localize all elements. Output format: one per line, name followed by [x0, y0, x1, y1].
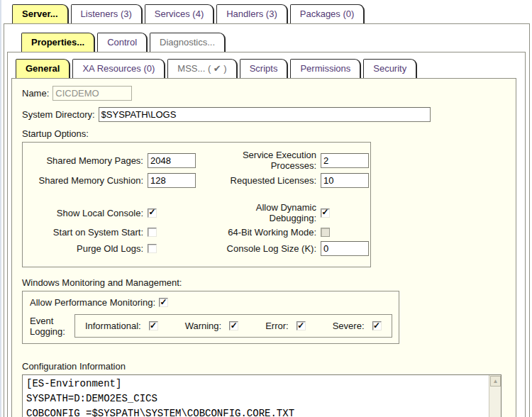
tab-listeners-label: Listeners (3)	[81, 9, 132, 19]
informational-checkbox[interactable]	[149, 321, 158, 330]
show-local-console-label: Show Local Console:	[26, 208, 148, 218]
name-input[interactable]	[52, 86, 132, 101]
allow-performance-monitoring-label: Allow Performance Monitoring:	[30, 297, 155, 308]
startup-options-group: Shared Memory Pages: Service Execution P…	[22, 142, 371, 267]
start-on-system-start-label: Start on System Start:	[26, 227, 148, 238]
general-tab-strip: General XA Resources (0) MSS... ( ✔ ) Sc…	[16, 59, 417, 78]
severe-checkbox[interactable]	[372, 321, 382, 330]
severe-label: Severe:	[333, 321, 365, 331]
system-directory-row: System Directory:	[22, 107, 506, 122]
error-checkbox[interactable]	[297, 321, 306, 330]
tab-control-label: Control	[107, 37, 137, 48]
shared-memory-cushion-label: Shared Memory Cushion:	[26, 175, 148, 186]
tab-properties-label: Properties...	[31, 37, 84, 48]
shared-memory-pages-input[interactable]	[148, 153, 196, 168]
tab-scripts-label: Scripts	[250, 63, 278, 74]
event-logging-group: Informational: Warning: Error: Severe:	[74, 314, 392, 338]
tab-services[interactable]: Services (4)	[145, 4, 214, 23]
allow-dynamic-debugging-label: Allow Dynamic Debugging:	[209, 202, 321, 223]
configuration-information-textarea[interactable]: [ES-Environment] SYSPATH=D:DEMO2ES_CICS …	[22, 374, 501, 417]
general-panel: Name: System Directory: Startup Options:…	[11, 78, 516, 417]
tab-packages[interactable]: Packages (0)	[290, 4, 365, 23]
tab-mss-label: MSS... ( ✔ )	[177, 63, 226, 74]
event-logging-label: Event Logging:	[30, 316, 65, 337]
informational-label: Informational:	[85, 321, 141, 331]
scroll-up-icon[interactable]: ▲	[490, 376, 501, 387]
system-directory-label: System Directory:	[22, 109, 95, 120]
monitoring-title: Windows Monitoring and Management:	[22, 277, 506, 288]
console-log-size-label: Console Log Size (K):	[209, 243, 321, 254]
requested-licenses-label: Requested Licenses:	[209, 175, 321, 186]
tab-mss[interactable]: MSS... ( ✔ )	[167, 59, 237, 78]
purge-old-logs-label: Purge Old Logs:	[26, 243, 148, 254]
admin-page: Server... Listeners (3) Services (4) Han…	[0, 0, 532, 417]
purge-old-logs-checkbox[interactable]	[148, 244, 157, 253]
tab-packages-label: Packages (0)	[300, 9, 355, 19]
warning-checkbox[interactable]	[229, 321, 238, 330]
tab-diagnostics-label: Diagnostics...	[160, 37, 215, 48]
warning-label: Warning:	[185, 321, 222, 331]
allow-performance-monitoring-row: Allow Performance Monitoring:	[30, 297, 392, 308]
textarea-scrollbar[interactable]: ▲ ▼	[489, 375, 501, 417]
tab-security-label: Security	[373, 63, 406, 74]
configuration-information-label: Configuration Information	[22, 361, 506, 372]
tab-handlers[interactable]: Handlers (3)	[216, 4, 288, 23]
tab-xa-resources-label: XA Resources (0)	[82, 63, 155, 74]
name-label: Name:	[22, 88, 49, 99]
64bit-working-mode-checkbox	[321, 228, 330, 237]
console-log-size-input[interactable]	[321, 241, 369, 256]
service-execution-processes-label: Service Execution Processes:	[209, 150, 321, 171]
show-local-console-checkbox[interactable]	[148, 208, 157, 218]
tab-scripts[interactable]: Scripts	[240, 59, 289, 78]
shared-memory-cushion-input[interactable]	[148, 173, 196, 188]
tab-diagnostics[interactable]: Diagnostics...	[150, 33, 226, 52]
service-execution-processes-input[interactable]	[321, 153, 369, 168]
configuration-information-text: [ES-Environment] SYSPATH=D:DEMO2ES_CICS …	[23, 375, 489, 417]
tab-listeners[interactable]: Listeners (3)	[71, 4, 143, 23]
monitoring-group: Allow Performance Monitoring: Event Logg…	[22, 291, 399, 344]
server-tab-strip: Server... Listeners (3) Services (4) Han…	[12, 4, 365, 23]
tab-properties[interactable]: Properties...	[21, 33, 95, 52]
64bit-working-mode-label: 64-Bit Working Mode:	[209, 227, 321, 238]
tab-general-label: General	[26, 63, 60, 74]
tab-server[interactable]: Server...	[12, 4, 69, 23]
allow-dynamic-debugging-checkbox[interactable]	[321, 208, 330, 218]
tab-permissions-label: Permissions	[300, 63, 350, 74]
properties-tab-strip: Properties... Control Diagnostics...	[21, 33, 226, 52]
tab-security[interactable]: Security	[363, 59, 417, 78]
error-label: Error:	[265, 321, 289, 331]
startup-options-title: Startup Options:	[22, 128, 506, 139]
tab-handlers-label: Handlers (3)	[226, 9, 277, 19]
event-logging-row: Event Logging: Informational: Warning: E…	[30, 314, 392, 338]
tab-control[interactable]: Control	[97, 33, 148, 52]
tab-xa-resources[interactable]: XA Resources (0)	[72, 59, 165, 78]
name-row: Name:	[22, 86, 506, 101]
requested-licenses-input[interactable]	[321, 173, 369, 188]
start-on-system-start-checkbox[interactable]	[148, 228, 157, 237]
tab-permissions[interactable]: Permissions	[290, 59, 361, 78]
system-directory-input[interactable]	[99, 107, 431, 122]
shared-memory-pages-label: Shared Memory Pages:	[26, 155, 148, 166]
tab-general[interactable]: General	[16, 59, 70, 78]
allow-performance-monitoring-checkbox[interactable]	[159, 298, 168, 307]
tab-services-label: Services (4)	[155, 9, 204, 19]
tab-server-label: Server...	[22, 9, 58, 19]
